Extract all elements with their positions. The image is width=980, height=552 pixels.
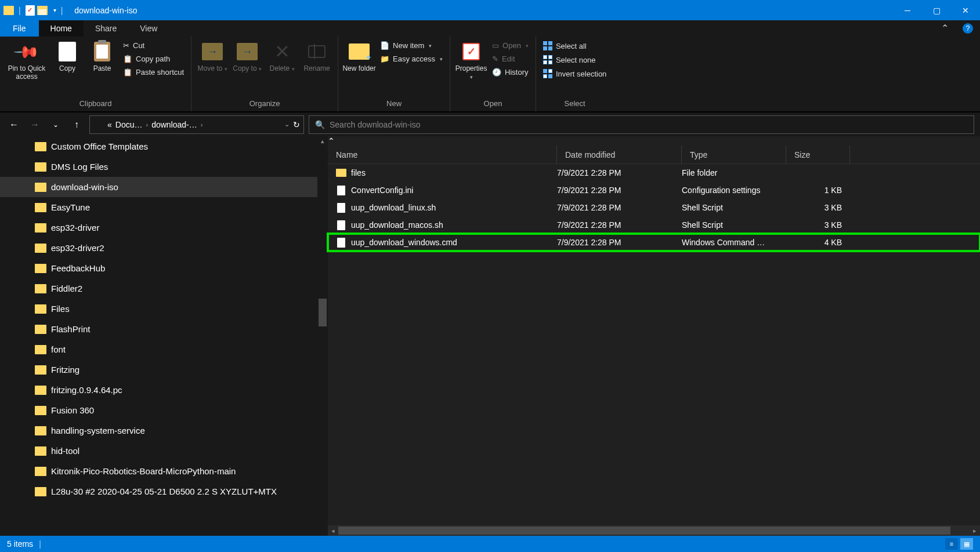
tree-item[interactable]: Custom Office Templates: [0, 136, 328, 157]
address-bar[interactable]: « Docu… › download-… › ⌄ ↻: [89, 115, 304, 134]
breadcrumb-docs[interactable]: Docu…: [115, 120, 143, 129]
copy-to-button[interactable]: → Copy to ▾: [230, 38, 265, 73]
tab-home[interactable]: Home: [39, 20, 84, 37]
select-all-icon: [543, 41, 552, 50]
column-header-type[interactable]: Type: [682, 146, 786, 164]
edit-button[interactable]: ✎Edit: [489, 55, 532, 63]
tree-scrollbar[interactable]: ▴: [317, 136, 328, 536]
tree-item[interactable]: FeedbackHub: [0, 258, 328, 278]
file-row[interactable]: files7/9/2021 2:28 PMFile folder: [328, 164, 980, 181]
file-row[interactable]: uup_download_macos.sh7/9/2021 2:28 PMShe…: [328, 216, 980, 234]
copy-path-button[interactable]: 📋Copy path: [120, 55, 187, 63]
scroll-left-icon[interactable]: ◂: [328, 527, 338, 535]
scissors-icon: ✂: [123, 41, 129, 50]
column-header-size[interactable]: Size: [786, 146, 850, 164]
minimize-button[interactable]: ─: [893, 0, 922, 20]
move-to-button[interactable]: → Move to ▾: [195, 38, 230, 73]
collapse-ribbon-button[interactable]: ⌃: [934, 20, 956, 37]
forward-button[interactable]: →: [27, 117, 43, 133]
column-header-date[interactable]: Date modified: [557, 146, 682, 164]
tree-item[interactable]: handling-system-service: [0, 420, 328, 441]
tree-item[interactable]: L28u-30 #2 2020-04-25 05-21 D6500 2.2 S …: [0, 481, 328, 502]
file-row[interactable]: uup_download_linux.sh7/9/2021 2:28 PMShe…: [328, 199, 980, 216]
group-label-open: Open: [454, 99, 532, 110]
tree-item[interactable]: esp32-driver2: [0, 238, 328, 258]
tree-item[interactable]: DMS Log Files: [0, 157, 328, 177]
select-all-button[interactable]: Select all: [540, 41, 610, 50]
file-list[interactable]: files7/9/2021 2:28 PMFile folderConvertC…: [328, 164, 980, 525]
scroll-right-icon[interactable]: ▸: [970, 527, 980, 535]
history-button[interactable]: 🕘History: [489, 68, 532, 77]
tree-item[interactable]: Kitronik-Pico-Robotics-Board-MicroPython…: [0, 461, 328, 481]
file-type: File folder: [682, 168, 786, 177]
tab-share[interactable]: Share: [84, 20, 128, 37]
chevron-right-icon[interactable]: ›: [146, 121, 148, 128]
help-button[interactable]: ?: [963, 23, 973, 34]
qat-dropdown-icon[interactable]: ▾: [53, 7, 56, 13]
tree-item[interactable]: font: [0, 339, 328, 359]
open-folder-icon[interactable]: [37, 6, 48, 15]
easy-access-button[interactable]: 📁Easy access▾: [377, 55, 446, 63]
copy-icon: [59, 42, 76, 61]
folder-icon: [35, 325, 46, 334]
thumbnails-view-button[interactable]: ▦: [960, 538, 973, 550]
tree-item[interactable]: Fritzing: [0, 359, 328, 380]
tree-item[interactable]: Files: [0, 299, 328, 319]
tree-item[interactable]: download-win-iso: [0, 177, 328, 197]
tree-item[interactable]: Fusion 360: [0, 400, 328, 420]
copy-button[interactable]: Copy: [50, 38, 85, 72]
scroll-thumb[interactable]: [338, 526, 950, 535]
paste-button[interactable]: Paste: [85, 38, 120, 72]
details-view-button[interactable]: ≡: [945, 538, 958, 550]
properties-icon[interactable]: [26, 5, 35, 16]
rename-button[interactable]: Rename: [299, 38, 334, 72]
horizontal-scrollbar[interactable]: ◂ ▸: [328, 525, 980, 536]
config-file-icon: [337, 186, 345, 195]
new-folder-button[interactable]: New folder: [342, 38, 377, 72]
tree-item-label: hid-tool: [51, 446, 79, 456]
tree-item[interactable]: FlashPrint: [0, 319, 328, 339]
tree-item-label: Kitronik-Pico-Robotics-Board-MicroPython…: [51, 466, 236, 476]
open-button[interactable]: ▭Open▾: [489, 41, 532, 50]
tree-item[interactable]: Fiddler2: [0, 278, 328, 299]
tree-item-label: Fritzing: [51, 365, 79, 375]
tree-item-label: EasyTune: [51, 202, 90, 212]
file-row[interactable]: uup_download_windows.cmd7/9/2021 2:28 PM…: [328, 234, 980, 251]
folder-icon: [336, 169, 346, 177]
address-dropdown-icon[interactable]: ⌄: [284, 121, 290, 128]
tab-view[interactable]: View: [128, 20, 169, 37]
up-button[interactable]: ↑: [68, 117, 85, 133]
new-item-button[interactable]: 📄New item▾: [377, 41, 446, 50]
tree-item[interactable]: hid-tool: [0, 441, 328, 461]
file-list-panel: ⌃ Name Date modified Type Size files7/9/…: [328, 136, 980, 536]
collapse-caret-icon[interactable]: ⌃: [328, 136, 980, 146]
refresh-button[interactable]: ↻: [293, 120, 300, 129]
breadcrumb-current[interactable]: download-…: [151, 120, 197, 129]
chevron-right-icon[interactable]: ›: [201, 121, 203, 128]
file-row[interactable]: ConvertConfig.ini7/9/2021 2:28 PMConfigu…: [328, 181, 980, 199]
main-content: Custom Office TemplatesDMS Log Filesdown…: [0, 136, 980, 536]
scroll-thumb[interactable]: [319, 299, 327, 326]
navigation-bar: ← → ⌄ ↑ « Docu… › download-… › ⌄ ↻ 🔍 Sea…: [0, 112, 980, 136]
paste-shortcut-button[interactable]: 📋Paste shortcut: [120, 68, 187, 77]
select-none-button[interactable]: Select none: [540, 55, 610, 64]
maximize-button[interactable]: ▢: [922, 0, 951, 20]
delete-button[interactable]: ✕ Delete ▾: [265, 38, 299, 73]
navigation-tree[interactable]: Custom Office TemplatesDMS Log Filesdown…: [0, 136, 328, 536]
file-menu[interactable]: File: [0, 20, 39, 37]
search-input[interactable]: 🔍 Search download-win-iso: [309, 115, 974, 134]
invert-selection-button[interactable]: Invert selection: [540, 69, 610, 78]
cut-button[interactable]: ✂Cut: [120, 41, 187, 50]
tree-item[interactable]: esp32-driver: [0, 217, 328, 238]
scroll-up-icon[interactable]: ▴: [317, 137, 328, 145]
column-header-name[interactable]: Name: [328, 146, 557, 164]
recent-locations-button[interactable]: ⌄: [48, 117, 64, 133]
pin-to-quick-access-button[interactable]: 📌 Pin to Quick access: [3, 38, 50, 81]
tree-item[interactable]: fritzing.0.9.4.64.pc: [0, 380, 328, 400]
properties-button[interactable]: Properties ▾: [454, 38, 489, 81]
ribbon-group-select: Select all Select none Invert selection …: [536, 37, 613, 111]
back-button[interactable]: ←: [6, 117, 22, 133]
close-button[interactable]: ✕: [951, 0, 980, 20]
tree-item[interactable]: EasyTune: [0, 197, 328, 217]
file-name: uup_download_linux.sh: [351, 203, 436, 212]
